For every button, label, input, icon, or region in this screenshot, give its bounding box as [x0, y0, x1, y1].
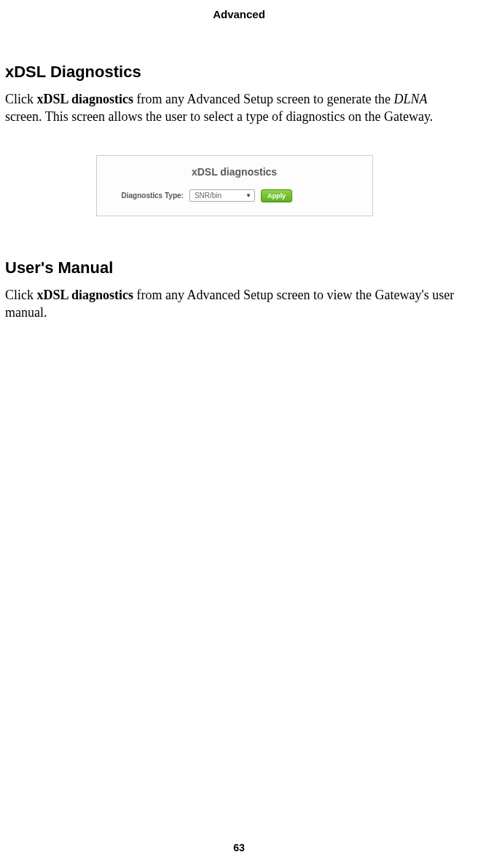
- section1-paragraph: Click xDSL diagnostics from any Advanced…: [5, 90, 463, 126]
- text-fragment: Click: [5, 92, 37, 106]
- diagnostics-type-label: Diagnostics Type:: [122, 192, 184, 200]
- text-italic: DLNA: [393, 92, 427, 106]
- page-content: xDSL Diagnostics Click xDSL diagnostics …: [5, 63, 463, 343]
- section2-paragraph: Click xDSL diagnostics from any Advanced…: [5, 286, 463, 322]
- page-number: 63: [0, 842, 478, 853]
- text-fragment: Click: [5, 288, 37, 302]
- page-header: Advanced: [0, 8, 478, 20]
- text-fragment: from any Advanced Setup screen to genera…: [133, 92, 393, 106]
- diagnostics-row: Diagnostics Type: SNR/bin ▼ Apply: [107, 189, 362, 202]
- select-value: SNR/bin: [195, 192, 222, 200]
- panel-title: xDSL diagnostics: [107, 166, 362, 178]
- chevron-down-icon: ▼: [246, 192, 251, 199]
- section-heading-xdsl: xDSL Diagnostics: [5, 63, 463, 82]
- xdsl-diagnostics-panel: xDSL diagnostics Diagnostics Type: SNR/b…: [96, 155, 373, 216]
- section-users-manual: User's Manual Click xDSL diagnostics fro…: [5, 259, 463, 322]
- section-heading-manual: User's Manual: [5, 259, 463, 277]
- text-fragment: screen. This screen allows the user to s…: [5, 109, 433, 124]
- diagnostics-type-select[interactable]: SNR/bin ▼: [189, 189, 255, 202]
- screenshot-container: xDSL diagnostics Diagnostics Type: SNR/b…: [5, 155, 463, 216]
- text-bold-link: xDSL diagnostics: [37, 92, 134, 106]
- text-bold-link: xDSL diagnostics: [37, 288, 134, 302]
- apply-button[interactable]: Apply: [261, 189, 292, 202]
